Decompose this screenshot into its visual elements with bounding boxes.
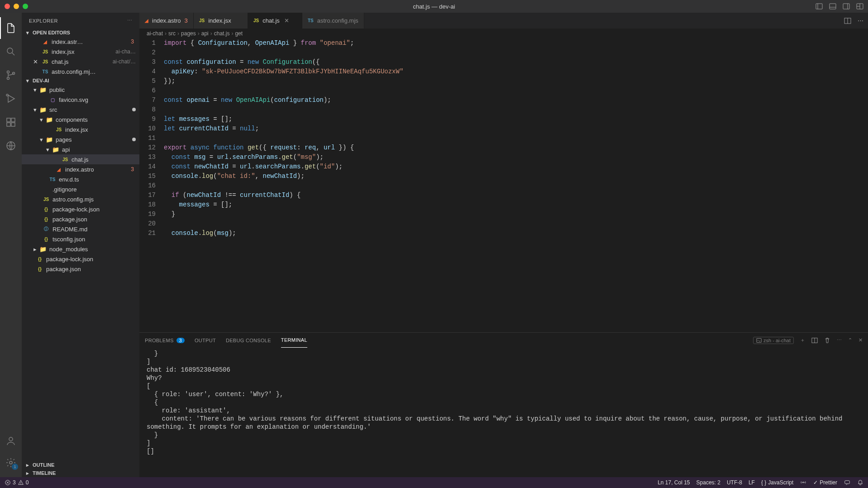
ts-file-icon: TS [49, 176, 56, 183]
open-editor-item[interactable]: ◢index.astr…3 [22, 37, 139, 47]
file-item[interactable]: JSastro.config.mjs [22, 194, 139, 204]
js-file-icon: JS [253, 18, 259, 23]
panel-tab-debug[interactable]: DEBUG CONSOLE [226, 333, 271, 348]
panel-tabs: PROBLEMS 3 OUTPUT DEBUG CONSOLE TERMINAL… [139, 333, 868, 348]
file-item[interactable]: ⓘREADME.md [22, 224, 139, 234]
title-bar: chat.js — dev-ai [0, 0, 868, 13]
status-encoding[interactable]: UTF-8 [727, 479, 742, 486]
panel-more-icon[interactable]: ⋯ [837, 337, 842, 343]
new-terminal-icon[interactable]: ＋ [800, 337, 805, 344]
toggle-panel-bottom-icon[interactable] [829, 3, 836, 10]
folder-item[interactable]: ▾📁pages [22, 134, 139, 144]
file-item[interactable]: {}package.json [22, 264, 139, 274]
file-item[interactable]: JSchat.js [22, 154, 139, 164]
open-editor-item[interactable]: TSastro.config.mj… [22, 67, 139, 77]
status-prettier[interactable]: ✓ Prettier [813, 479, 837, 486]
maximize-panel-icon[interactable]: ⌃ [848, 337, 852, 343]
status-errors[interactable]: 3 0 [5, 479, 29, 486]
panel-tab-output[interactable]: OUTPUT [195, 333, 216, 348]
open-editor-item[interactable]: JSindex.jsxai-cha… [22, 47, 139, 57]
outline-header[interactable]: ▸ OUTLINE [22, 461, 139, 469]
file-item[interactable]: {}package-lock.json [22, 254, 139, 264]
accounts-tab[interactable] [0, 430, 22, 452]
settings-tab[interactable]: 1 [0, 452, 22, 474]
toggle-panel-left-icon[interactable] [816, 3, 823, 10]
timeline-header[interactable]: ▸ TIMELINE [22, 469, 139, 477]
editor-tab[interactable]: ◢index.astro3 [139, 13, 194, 29]
breadcrumb-item[interactable]: get [235, 30, 243, 37]
file-item[interactable]: ▢favicon.svg [22, 95, 139, 105]
extensions-tab[interactable] [0, 111, 22, 133]
editor-tab[interactable]: JSindex.jsx [194, 13, 248, 29]
line-number: 8 [139, 105, 164, 115]
project-header[interactable]: ▾ DEV-AI [22, 77, 139, 85]
branch-icon [5, 70, 16, 81]
split-terminal-icon[interactable] [811, 337, 818, 344]
open-editors-header[interactable]: ▾ OPEN EDITORS [22, 29, 139, 37]
editor-actions: ⋯ [839, 13, 868, 29]
breadcrumb-item[interactable]: pages [181, 30, 196, 37]
status-indent[interactable]: Spaces: 2 [696, 479, 720, 486]
folder-item[interactable]: ▾📁src [22, 105, 139, 115]
maximize-window-button[interactable] [23, 4, 28, 9]
status-bell[interactable] [857, 479, 863, 486]
remote-tab[interactable] [0, 135, 22, 157]
astro-file-icon: ◢ [145, 18, 148, 23]
chevron-right-icon: ▸ [24, 462, 31, 468]
folder-icon: 📁 [46, 116, 53, 123]
editor-tab[interactable]: JSchat.js✕ [248, 13, 302, 29]
folder-item[interactable]: ▾📁public [22, 85, 139, 95]
code-editor[interactable]: 1import { Configuration, OpenAIApi } fro… [139, 38, 868, 332]
file-item[interactable]: {}tsconfig.json [22, 234, 139, 244]
chevron-down-icon: ▾ [33, 106, 37, 113]
close-icon[interactable]: ✕ [32, 58, 39, 65]
panel-tab-terminal[interactable]: TERMINAL [281, 333, 307, 348]
svg-point-22 [10, 461, 12, 464]
panel-tab-problems[interactable]: PROBLEMS 3 [145, 333, 185, 348]
toggle-panel-right-icon[interactable] [843, 3, 850, 10]
search-tab[interactable] [0, 41, 22, 62]
status-go-live[interactable] [800, 479, 807, 486]
open-editor-item[interactable]: ✕JSchat.jsai-chat/… [22, 57, 139, 67]
status-feedback[interactable] [844, 479, 851, 486]
svg-point-33 [803, 482, 804, 483]
file-item[interactable]: ◢index.astro3 [22, 164, 139, 174]
status-cursor[interactable]: Ln 17, Col 15 [658, 479, 690, 486]
terminal-picker[interactable]: zsh - ai-chat [753, 337, 794, 344]
line-number: 11 [139, 134, 164, 143]
chevron-right-icon: ▸ [33, 246, 37, 253]
file-item[interactable]: {}package.json [22, 214, 139, 224]
terminal-icon [756, 338, 762, 343]
astro-file-icon: ◢ [55, 166, 62, 173]
js-file-icon: JS [43, 196, 50, 203]
status-lang[interactable]: { } JavaScript [761, 479, 793, 486]
close-tab-icon[interactable]: ✕ [283, 17, 291, 24]
file-item[interactable]: TSenv.d.ts [22, 174, 139, 184]
breadcrumb-item[interactable]: chat.js [214, 30, 230, 37]
status-eol[interactable]: LF [749, 479, 755, 486]
folder-item[interactable]: ▾📁components [22, 115, 139, 124]
run-debug-tab[interactable] [0, 88, 22, 110]
trash-icon[interactable] [824, 337, 830, 344]
close-panel-icon[interactable]: ✕ [858, 337, 863, 343]
breadcrumb-item[interactable]: src [168, 30, 176, 37]
breadcrumb-item[interactable]: api [201, 30, 209, 37]
close-window-button[interactable] [5, 4, 10, 9]
file-item[interactable]: {}package-lock.json [22, 204, 139, 214]
customize-layout-icon[interactable] [856, 3, 863, 10]
editor-tab[interactable]: TSastro.config.mjs [302, 13, 364, 29]
split-editor-icon[interactable] [844, 17, 851, 24]
folder-icon: 📁 [46, 136, 53, 143]
minimize-window-button[interactable] [14, 4, 19, 9]
breadcrumb-item[interactable]: ai-chat [147, 30, 163, 37]
sidebar-more-icon[interactable]: ⋯ [127, 18, 133, 24]
folder-item[interactable]: ▸📁node_modules [22, 244, 139, 254]
breadcrumb[interactable]: ai-chat›src›pages›api›chat.js›get [139, 29, 868, 38]
folder-item[interactable]: ▾📁api [22, 144, 139, 154]
file-item[interactable]: JSindex.jsx [22, 124, 139, 134]
source-control-tab[interactable] [0, 64, 22, 86]
terminal-output[interactable]: } ] chat id: 1689523040506 Why? [ { role… [139, 348, 868, 477]
editor-more-icon[interactable]: ⋯ [858, 17, 863, 24]
explorer-tab[interactable] [0, 17, 22, 39]
file-item[interactable]: .gitignore [22, 184, 139, 194]
